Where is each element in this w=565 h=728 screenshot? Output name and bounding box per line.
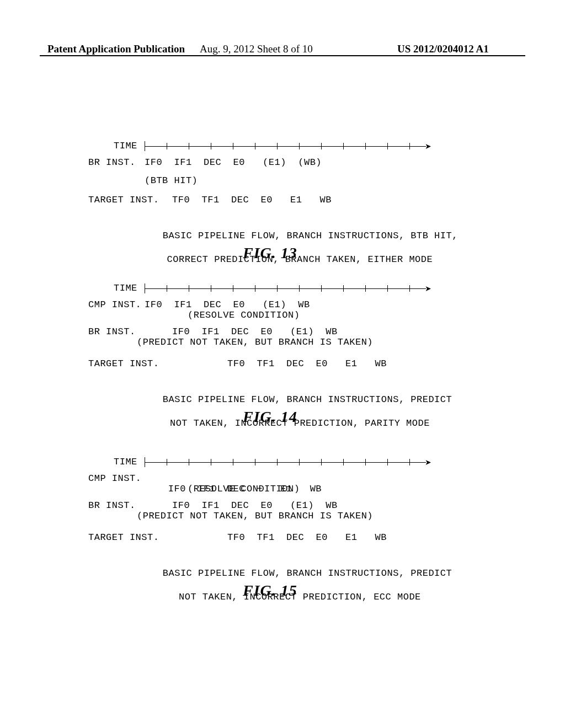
axis-tick [189,143,189,149]
fig13-figlabel: FIG. 13 [243,244,297,262]
fig13-target-label: TARGET INST. [88,195,159,205]
fig14-br-note: (PREDICT NOT TAKEN, BUT BRANCH IS TAKEN) [137,337,373,347]
arrow-right-icon: ➤ [425,460,431,465]
fig13-time-label: TIME [114,141,137,151]
fig15-time-axis: ➤ [145,457,431,468]
axis-tick [321,459,322,465]
axis-tick [167,143,167,149]
axis-tick [365,285,366,292]
arrow-right-icon: ➤ [425,144,431,149]
fig13-btb-hit: (BTB HIT) [145,175,198,186]
axis-tick [145,457,145,467]
axis-tick [167,285,167,292]
fig15-figlabel: FIG. 15 [243,582,297,599]
fig14-cmp-note: (RESOLVE CONDITION) [188,310,300,320]
axis-tick [255,285,255,292]
axis-tick [167,459,167,465]
axis-tick [233,285,233,292]
fig14-time-axis: ➤ [145,283,431,294]
fig15-cmp-note: (RESOLVE CONDITION) [188,484,300,494]
fig15-cmp-label: CMP INST. [88,473,141,484]
fig14-cmp-label: CMP INST. [88,299,141,310]
axis-tick [409,459,410,465]
fig15-target-stages: TF0 TF1 DEC E0 E1 WB [227,532,387,543]
fig14-figlabel: FIG. 14 [243,408,297,426]
fig14-cmp-stages: IF0 IF1 DEC E0 (E1) WB [145,299,310,310]
fig13-time-axis: ➤ [145,141,431,152]
header-left: Patent Application Publication [47,43,185,55]
axis-tick [343,459,344,465]
fig14-br-stages: IF0 IF1 DEC E0 (E1) WB [172,326,338,337]
axis-tick [343,143,344,149]
axis-tick [211,459,211,465]
axis-line [145,146,426,147]
axis-tick [321,143,322,149]
arrow-right-icon: ➤ [425,286,431,292]
header-rule [40,55,525,56]
fig15-br-stages: IF0 IF1 DEC E0 (E1) WB [172,500,338,511]
axis-tick [145,141,145,151]
axis-tick [233,459,233,465]
caption-line: NOT TAKEN, INCORRECT PREDICTION, PARITY … [170,418,430,429]
axis-tick [211,285,211,292]
axis-tick [255,143,255,149]
caption-line: BASIC PIPELINE FLOW, BRANCH INSTRUCTIONS… [163,568,452,579]
axis-tick [255,459,255,465]
axis-tick [299,143,300,149]
axis-tick [189,459,189,465]
fig15-time-label: TIME [114,457,137,467]
fig14-target-stages: TF0 TF1 DEC E0 E1 WB [227,358,387,369]
fig13-br-label: BR INST. [88,157,136,168]
caption-line: BASIC PIPELINE FLOW, BRANCH INSTRUCTIONS… [163,231,458,241]
axis-tick [211,143,211,149]
axis-tick [277,285,278,292]
fig15-br-label: BR INST. [88,500,136,511]
axis-tick [189,285,189,292]
axis-tick [321,285,322,292]
axis-tick [409,143,410,149]
fig15-target-label: TARGET INST. [88,532,159,543]
fig13-target-stages: TF0 TF1 DEC E0 E1 WB [172,195,332,205]
header-right: US 2012/0204012 A1 [397,43,489,55]
fig14-time-label: TIME [114,283,137,293]
fig14-target-label: TARGET INST. [88,358,159,369]
axis-tick [387,143,388,149]
axis-tick [387,459,388,465]
header-center: Aug. 9, 2012 Sheet 8 of 10 [200,43,313,55]
axis-tick [343,285,344,292]
caption-line: BASIC PIPELINE FLOW, BRANCH INSTRUCTIONS… [163,394,452,405]
caption-line: CORRECT PREDICTION, BRANCH TAKEN, EITHER… [167,254,433,265]
axis-tick [299,459,300,465]
axis-tick [409,285,410,292]
axis-tick [365,143,366,149]
fig14-br-label: BR INST. [88,326,136,337]
axis-tick [145,283,145,293]
axis-tick [387,285,388,292]
axis-line [145,288,426,289]
patent-page: Patent Application Publication Aug. 9, 2… [0,0,565,728]
axis-line [145,462,426,463]
fig15-br-note: (PREDICT NOT TAKEN, BUT BRANCH IS TAKEN) [137,511,373,521]
axis-tick [233,143,233,149]
axis-tick [299,285,300,292]
axis-tick [277,143,278,149]
fig13-br-stages: IF0 IF1 DEC E0 (E1) (WB) [145,157,322,168]
axis-tick [365,459,366,465]
axis-tick [277,459,278,465]
caption-line: NOT TAKEN, INCORRECT PREDICTION, ECC MOD… [179,592,421,602]
